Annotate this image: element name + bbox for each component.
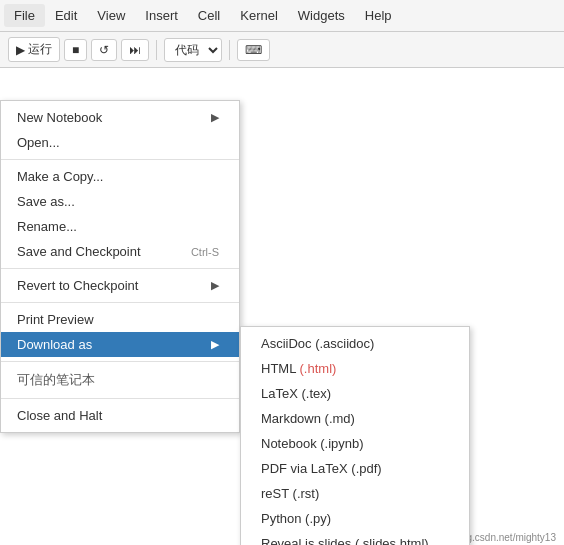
dl-notebook[interactable]: Notebook (.ipynb)	[241, 431, 469, 456]
dl-html-ext: (.html)	[300, 361, 337, 376]
menu-item-make-copy[interactable]: Make a Copy...	[1, 164, 239, 189]
stop-button[interactable]: ■	[64, 39, 87, 61]
menu-item-close-halt[interactable]: Close and Halt	[1, 403, 239, 428]
menu-help[interactable]: Help	[355, 4, 402, 27]
restart-icon: ↺	[99, 43, 109, 57]
save-checkpoint-label: Save and Checkpoint	[17, 244, 141, 259]
dl-pdf-label: PDF via LaTeX (.pdf)	[261, 461, 382, 476]
make-copy-label: Make a Copy...	[17, 169, 103, 184]
stop-icon: ■	[72, 43, 79, 57]
revert-checkpoint-arrow: ▶	[211, 279, 219, 292]
menu-item-rename[interactable]: Rename...	[1, 214, 239, 239]
revert-checkpoint-label: Revert to Checkpoint	[17, 278, 138, 293]
save-as-label: Save as...	[17, 194, 75, 209]
separator-2	[1, 268, 239, 269]
dl-python-label: Python (.py)	[261, 511, 331, 526]
dl-python[interactable]: Python (.py)	[241, 506, 469, 531]
menu-widgets[interactable]: Widgets	[288, 4, 355, 27]
file-dropdown: New Notebook ▶ Open... Make a Copy... Sa…	[0, 100, 240, 433]
dl-reveal[interactable]: Reveal.js slides (.slides.html)	[241, 531, 469, 545]
menu-item-trust-notebook[interactable]: 可信的笔记本	[1, 366, 239, 394]
dl-asciidoc[interactable]: AsciiDoc (.asciidoc)	[241, 331, 469, 356]
download-submenu: AsciiDoc (.asciidoc) HTML (.html) LaTeX …	[240, 326, 470, 545]
dl-notebook-label: Notebook (.ipynb)	[261, 436, 364, 451]
menu-file[interactable]: File	[4, 4, 45, 27]
save-checkpoint-shortcut: Ctrl-S	[191, 246, 219, 258]
keyboard-button[interactable]: ⌨	[237, 39, 270, 61]
menu-item-download-as[interactable]: Download as ▶	[1, 332, 239, 357]
dl-rest[interactable]: reST (.rst)	[241, 481, 469, 506]
cell-type-select[interactable]: 代码	[164, 38, 222, 62]
menu-item-save-checkpoint[interactable]: Save and Checkpoint Ctrl-S	[1, 239, 239, 264]
menu-insert[interactable]: Insert	[135, 4, 188, 27]
dl-markdown[interactable]: Markdown (.md)	[241, 406, 469, 431]
new-notebook-label: New Notebook	[17, 110, 102, 125]
menu-kernel[interactable]: Kernel	[230, 4, 288, 27]
separator-4	[1, 361, 239, 362]
rename-label: Rename...	[17, 219, 77, 234]
download-as-arrow: ▶	[211, 338, 219, 351]
download-as-label: Download as	[17, 337, 92, 352]
dl-pdf[interactable]: PDF via LaTeX (.pdf)	[241, 456, 469, 481]
trust-notebook-label: 可信的笔记本	[17, 371, 95, 389]
menu-cell[interactable]: Cell	[188, 4, 230, 27]
restart-button[interactable]: ↺	[91, 39, 117, 61]
open-label: Open...	[17, 135, 60, 150]
dl-html[interactable]: HTML (.html)	[241, 356, 469, 381]
fast-forward-button[interactable]: ⏭	[121, 39, 149, 61]
separator-5	[1, 398, 239, 399]
new-notebook-arrow: ▶	[211, 111, 219, 124]
run-label: 运行	[28, 41, 52, 58]
separator-1	[1, 159, 239, 160]
dl-html-label: HTML	[261, 361, 300, 376]
dl-rest-label: reST (.rst)	[261, 486, 319, 501]
toolbar-separator-2	[229, 40, 230, 60]
dl-markdown-label: Markdown (.md)	[261, 411, 355, 426]
menu-item-new-notebook[interactable]: New Notebook ▶	[1, 105, 239, 130]
menu-edit[interactable]: Edit	[45, 4, 87, 27]
notebook-area: New Notebook ▶ Open... Make a Copy... Sa…	[0, 68, 564, 545]
close-halt-label: Close and Halt	[17, 408, 102, 423]
keyboard-icon: ⌨	[245, 43, 262, 57]
separator-3	[1, 302, 239, 303]
menu-item-open[interactable]: Open...	[1, 130, 239, 155]
menu-item-save-as[interactable]: Save as...	[1, 189, 239, 214]
dl-latex-label: LaTeX (.tex)	[261, 386, 331, 401]
dl-latex[interactable]: LaTeX (.tex)	[241, 381, 469, 406]
menu-item-revert-checkpoint[interactable]: Revert to Checkpoint ▶	[1, 273, 239, 298]
menubar: File Edit View Insert Cell Kernel Widget…	[0, 0, 564, 32]
dl-asciidoc-label: AsciiDoc (.asciidoc)	[261, 336, 374, 351]
toolbar: ▶ 运行 ■ ↺ ⏭ 代码 ⌨	[0, 32, 564, 68]
print-preview-label: Print Preview	[17, 312, 94, 327]
play-icon: ▶	[16, 43, 25, 57]
fastforward-icon: ⏭	[129, 43, 141, 57]
menu-item-print-preview[interactable]: Print Preview	[1, 307, 239, 332]
toolbar-separator	[156, 40, 157, 60]
dl-reveal-label: Reveal.js slides (.slides.html)	[261, 536, 429, 545]
menu-view[interactable]: View	[87, 4, 135, 27]
run-button[interactable]: ▶ 运行	[8, 37, 60, 62]
